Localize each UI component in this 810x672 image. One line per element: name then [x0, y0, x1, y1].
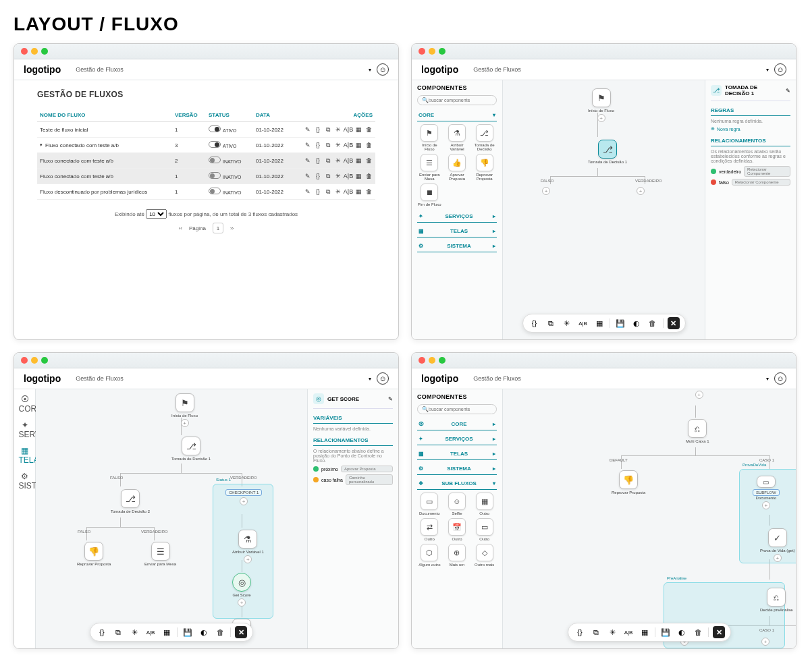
per-page-select[interactable]: 10: [146, 209, 167, 219]
component-item[interactable]: ⚗Atribuir Variável: [445, 124, 470, 151]
status-toggle[interactable]: [209, 157, 221, 163]
component-item[interactable]: ☰Enviar para Mesa: [417, 154, 442, 181]
status-toggle[interactable]: [209, 125, 221, 132]
node-checkpoint[interactable]: CHECKPOINT 1+: [225, 489, 262, 505]
action-icon[interactable]: ✎: [304, 157, 312, 165]
node-getscore[interactable]: ◎Get Score+: [232, 573, 251, 607]
tb-config[interactable]: ✳: [561, 317, 573, 329]
action-icon[interactable]: ⧉: [324, 125, 332, 134]
close-dot-icon[interactable]: [21, 48, 28, 55]
tb-copy[interactable]: ⧉: [545, 317, 557, 329]
acc-core[interactable]: CORE▾: [417, 109, 497, 121]
action-icon[interactable]: 🗑: [364, 125, 373, 134]
action-icon[interactable]: ✎: [304, 188, 312, 196]
tb-ab[interactable]: A|B: [577, 317, 589, 329]
avatar-icon[interactable]: ☺: [774, 63, 786, 76]
component-item[interactable]: 👍Aprovar Proposta: [445, 154, 470, 181]
action-icon[interactable]: 🗑: [364, 172, 373, 180]
node-plus-true[interactable]: +: [637, 186, 645, 195]
tb-json[interactable]: {}: [529, 317, 541, 329]
action-icon[interactable]: A|B: [344, 141, 352, 149]
action-icon[interactable]: ▦: [354, 157, 362, 165]
acc-servicos[interactable]: ✦SERVIÇOS▸: [417, 211, 497, 223]
pager-next[interactable]: ››: [230, 225, 234, 231]
component-item[interactable]: ▭Outro: [472, 518, 497, 541]
status-toggle[interactable]: [209, 172, 221, 179]
edit-icon[interactable]: ✎: [786, 88, 790, 94]
table-row[interactable]: Fluxo descontinuado por problemas jurídi…: [37, 184, 375, 200]
chevron-down-icon[interactable]: ▾: [369, 67, 371, 73]
pager-prev[interactable]: ‹‹: [179, 225, 182, 231]
action-icon[interactable]: A|B: [344, 188, 352, 196]
node-dec2[interactable]: ⎇Tomada de Decisão 2: [111, 489, 150, 513]
status-toggle[interactable]: [209, 141, 221, 148]
ib-telas[interactable]: ▦TELAS: [19, 446, 31, 465]
action-icon[interactable]: ✳: [334, 157, 342, 165]
max-dot-icon[interactable]: [41, 48, 48, 55]
component-item[interactable]: ⏹Fim de Fluxo: [417, 184, 442, 206]
component-item[interactable]: 👎Reprovar Proposta: [472, 154, 497, 181]
ib-servicos[interactable]: ✦SERVIÇOS: [19, 420, 31, 439]
action-icon[interactable]: ⧉: [324, 157, 332, 165]
node-mesa[interactable]: ☰Enviar para Mesa: [144, 542, 176, 566]
component-item[interactable]: ⚑Início de Fluxo: [417, 124, 442, 151]
chevron-down-icon[interactable]: ▾: [766, 67, 769, 73]
action-icon[interactable]: {}: [314, 141, 322, 149]
action-icon[interactable]: ✳: [334, 172, 342, 180]
action-icon[interactable]: {}: [314, 157, 322, 165]
component-item[interactable]: ⊕Mais um: [445, 544, 470, 567]
action-icon[interactable]: ✳: [334, 188, 342, 196]
component-item[interactable]: ◇Outro mais: [472, 544, 497, 567]
action-icon[interactable]: 🗑: [364, 157, 373, 165]
action-icon[interactable]: 🗑: [364, 141, 373, 149]
action-icon[interactable]: ⧉: [324, 188, 332, 196]
action-icon[interactable]: ✎: [304, 125, 312, 134]
tb-close[interactable]: ✕: [668, 317, 680, 329]
flow-canvas[interactable]: ProvaDeVida PreAnalise Início de Fluxo+ …: [503, 389, 796, 648]
component-item[interactable]: ☺Selfie: [445, 493, 470, 515]
flow-canvas[interactable]: Status 1 ⚑Início de Fluxo+ ⎇Tomada de De…: [36, 389, 307, 648]
action-icon[interactable]: ▦: [354, 172, 362, 180]
tb-save[interactable]: 💾: [614, 317, 626, 329]
rel-true-select[interactable]: Relacionar Componente: [744, 166, 790, 177]
add-rule-link[interactable]: ⊕Nova regra: [711, 126, 790, 132]
tb-grid[interactable]: ▦: [593, 317, 605, 329]
avatar-icon[interactable]: ☺: [377, 63, 389, 76]
component-item[interactable]: ▦Outro: [472, 493, 497, 515]
node-decide[interactable]: ⎌Decide preAnalise: [760, 588, 793, 612]
pager-page[interactable]: 1: [213, 223, 223, 233]
node-reprovar[interactable]: 👎Reprovar Proposta: [612, 470, 645, 495]
table-row[interactable]: Fluxo conectado com teste a/b 1 INATIVO …: [37, 169, 375, 184]
breadcrumb[interactable]: Gestão de Fluxos: [473, 66, 521, 73]
node-decision[interactable]: ⎇Tomada de Decisão 1: [588, 140, 627, 164]
node-prova[interactable]: ✓Prova de Vida (get)+: [760, 528, 795, 562]
table-row[interactable]: Fluxo conectado com teste a/b 2 INATIVO …: [37, 153, 375, 169]
ib-core[interactable]: ⦿CORE: [19, 395, 31, 414]
action-icon[interactable]: ⧉: [324, 141, 332, 149]
edit-icon[interactable]: ✎: [388, 396, 393, 402]
node-atribuir[interactable]: ⚗Atribuir Variável 1+: [232, 530, 264, 563]
node-multi[interactable]: ⎌Multi Caixa 1: [686, 419, 709, 443]
component-item[interactable]: ⇄Outro: [417, 518, 442, 541]
ib-sistema[interactable]: ⚙SISTEMA: [19, 472, 31, 491]
action-icon[interactable]: ▦: [354, 141, 362, 149]
action-icon[interactable]: ✎: [304, 172, 312, 180]
action-icon[interactable]: 🗑: [364, 188, 373, 196]
node-reprovar[interactable]: 👎Reprovar Proposta: [77, 542, 111, 566]
acc-sistema[interactable]: ⚙SISTEMA▸: [417, 240, 497, 252]
node-start[interactable]: ⚑Início de Fluxo+: [171, 393, 198, 427]
component-item[interactable]: ⬡Algum outro: [417, 544, 442, 567]
component-item[interactable]: ▭Documento: [417, 493, 442, 515]
action-icon[interactable]: ✎: [304, 141, 312, 149]
action-icon[interactable]: A|B: [344, 125, 352, 134]
action-icon[interactable]: A|B: [344, 157, 352, 165]
action-icon[interactable]: ⧉: [324, 172, 332, 180]
acc-telas[interactable]: ▦TELAS▸: [417, 225, 497, 237]
min-dot-icon[interactable]: [31, 48, 38, 55]
rel-false-select[interactable]: Relacionar Componente: [732, 179, 790, 186]
action-icon[interactable]: ▦: [354, 188, 362, 196]
search-input[interactable]: 🔍: [417, 95, 497, 105]
node-start[interactable]: Início de Fluxo+: [686, 389, 712, 399]
tb-trash[interactable]: 🗑: [647, 317, 659, 329]
node-dec1[interactable]: ⎇Tomada de Decisão 1: [171, 437, 211, 461]
